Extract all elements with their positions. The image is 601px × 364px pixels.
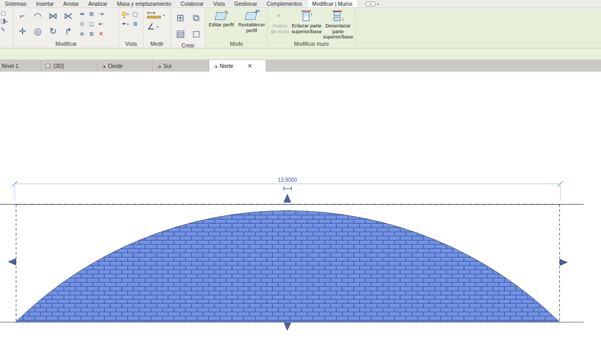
tab-masa-y-emplazamiento[interactable]: Masa y emplazamiento: [112, 0, 176, 7]
view-tab-norte[interactable]: ⌂▲ Norte ✕: [209, 60, 266, 72]
right-drag-arrow[interactable]: [560, 259, 567, 265]
trim-extend-icon[interactable]: ↱: [61, 24, 75, 38]
panel-modificar: ⌐ ◠ ⋈ ⋉ ✛ ◎ ↻ ↱ ⇹ ⊞ ⇥ ⊙ ◻ ⇤ ≋ ≣ ✕ Modifi…: [14, 8, 119, 48]
panel-modificar-muro: ✛ Hueco de muro ↑ Enlazar parte superior…: [268, 8, 355, 48]
view-tab-nivel-1[interactable]: Nivel 1: [0, 60, 41, 72]
measure-distance-icon[interactable]: ⟷ ▾: [147, 11, 164, 18]
view-tab-3d[interactable]: {3D}: [41, 60, 98, 72]
tab-anotar[interactable]: Anotar: [59, 0, 83, 7]
tab-colaborar[interactable]: Colaborar: [176, 0, 208, 7]
mirror-draw-axis-icon[interactable]: ⋉: [61, 9, 75, 23]
enlazar-parte-label: Enlazar parte superior/base: [292, 23, 322, 34]
tab-vista[interactable]: Vista: [208, 0, 229, 7]
offset-icon[interactable]: ◠: [31, 9, 45, 23]
panel-crear: ⊞ ⧉ ▤ ◻ Crear: [171, 8, 206, 48]
align-icon[interactable]: ⌐: [15, 9, 30, 23]
panel-label-modificar-muro[interactable]: Modificar muro: [268, 41, 355, 48]
create-assembly-icon[interactable]: ◻: [188, 26, 204, 42]
ribbon-tab-bar: Sistemas Insertar Anotar Analizar Masa y…: [0, 0, 601, 8]
ribbon-minimize-toggle[interactable]: ▴ ▾: [365, 0, 379, 7]
desenlazar-parte-label: Desenlazar parte superior/base: [323, 23, 353, 40]
dimension-move-grip[interactable]: [284, 186, 292, 191]
view-tab-label: {3D}: [53, 63, 64, 69]
array-icon[interactable]: ⊞: [87, 9, 96, 18]
view-tab-label: Oeste: [108, 63, 123, 69]
create-similar-icon[interactable]: ⧉: [188, 10, 204, 26]
panel-modo: ✎ Editar perfil ↶ Restablecer perfil Mod…: [206, 8, 268, 48]
elevation-icon: ⌂▲: [102, 63, 105, 68]
tab-gestionar[interactable]: Gestionar: [229, 0, 261, 7]
view-tab-empty: [266, 60, 601, 72]
restablecer-perfil-button[interactable]: ↶ Restablecer perfil: [238, 9, 266, 33]
panel-label-modo[interactable]: Modo: [206, 41, 267, 48]
panel-label-crear[interactable]: Crear: [171, 43, 205, 49]
panel-vista: ▾ ▢ ✒▾ ≣ Vista: [119, 8, 143, 48]
split-element-icon[interactable]: ⇹: [77, 9, 86, 18]
split-with-gap-icon[interactable]: ≋: [77, 29, 86, 38]
tab-modificar-muros[interactable]: Modificar | Muros: [307, 0, 358, 7]
create-group-icon[interactable]: ⊞: [172, 10, 188, 26]
panel-medir: ⟷ ▾ ∠ ▾ Medir: [143, 8, 171, 48]
panel-label-medir[interactable]: Medir: [143, 41, 170, 48]
tab-analizar[interactable]: Analizar: [84, 0, 112, 7]
scale-icon[interactable]: ⊙: [77, 19, 86, 28]
view-tab-label: Sur: [163, 63, 172, 69]
pin-icon[interactable]: ⇥: [96, 9, 105, 18]
pick-icon[interactable]: ✎: [1, 26, 5, 33]
move-icon[interactable]: ✛: [15, 24, 30, 38]
mirror-pick-axis-icon[interactable]: ⋈: [46, 9, 60, 23]
elevation-icon: ⌂▲: [157, 63, 161, 68]
panel-label-modificar[interactable]: Modificar: [14, 41, 119, 48]
bottom-drag-arrow[interactable]: [284, 323, 291, 330]
view-tab-label: Norte: [220, 63, 234, 69]
view-tab-sur[interactable]: ⌂▲ Sur: [153, 60, 209, 72]
reset-profile-icon: ↶: [245, 11, 258, 21]
ribbon: ▢ ◨▾ ✎ ⌐ ◠ ⋈ ⋉ ✛ ◎ ↻ ↱ ⇹ ⊞ ⇥ ⊙ ◻ ⇤ ≋: [0, 8, 601, 48]
view-3d-icon: [45, 64, 51, 68]
elevation-view[interactable]: 13.9000: [0, 72, 601, 364]
left-drag-arrow[interactable]: [8, 259, 16, 265]
options-bar: [0, 48, 601, 60]
match-type-icon[interactable]: ◻: [87, 19, 96, 28]
ribbon-empty-area: [355, 8, 601, 48]
hidden-line-icon[interactable]: ≣: [131, 19, 140, 28]
chevron-down-icon[interactable]: ▾: [377, 2, 379, 6]
hueco-de-muro-label: Hueco de muro: [269, 23, 290, 34]
editar-perfil-button[interactable]: ✎ Editar perfil: [207, 9, 236, 28]
hueco-de-muro-button[interactable]: ✛ Hueco de muro: [269, 9, 290, 34]
delete-icon[interactable]: ✕: [96, 29, 105, 38]
tab-sistemas[interactable]: Sistemas: [0, 0, 31, 7]
rotate-icon[interactable]: ↻: [46, 24, 60, 38]
drawing-canvas[interactable]: 13.9000: [0, 72, 601, 364]
top-drag-arrow[interactable]: [284, 194, 291, 202]
detach-top-base-icon: ↓: [332, 11, 344, 22]
tab-complementos[interactable]: Complementos: [262, 0, 307, 7]
measure-angle-icon[interactable]: ∠ ▾: [147, 22, 164, 32]
view-tab-label: Nivel 1: [2, 63, 18, 69]
close-view-icon[interactable]: ✕: [247, 63, 252, 70]
restablecer-perfil-label: Restablecer perfil: [238, 22, 266, 33]
filter-icon[interactable]: ◨▾: [1, 17, 7, 25]
linework-icon[interactable]: ▢: [131, 9, 140, 18]
hide-in-view-icon[interactable]: ▾: [121, 9, 130, 18]
copy-icon[interactable]: ◎: [31, 24, 45, 38]
unpin-icon[interactable]: ⇤: [96, 19, 105, 28]
view-tab-bar: Nivel 1 {3D} ⌂▲ Oeste ⌂▲ Sur ⌂▲ Norte ✕: [0, 60, 601, 72]
editar-perfil-label: Editar perfil: [209, 22, 234, 28]
override-graphics-icon[interactable]: ✒▾: [121, 19, 130, 28]
panel-label-vista[interactable]: Vista: [119, 41, 143, 48]
trim-multiple-icon[interactable]: ≣: [87, 29, 96, 38]
elevation-icon: ⌂▲: [214, 63, 217, 68]
dimension-value[interactable]: 13.9000: [278, 177, 297, 183]
view-tab-oeste[interactable]: ⌂▲ Oeste: [98, 60, 153, 72]
selected-wall-arc[interactable]: [16, 211, 559, 322]
edit-profile-icon: ✎: [215, 11, 228, 21]
ribbon-toggle-icon[interactable]: ▴: [365, 2, 376, 6]
tab-insertar[interactable]: Insertar: [31, 0, 59, 7]
attach-top-base-icon: ↑: [301, 11, 313, 22]
enlazar-parte-button[interactable]: ↑ Enlazar parte superior/base: [292, 9, 322, 34]
create-parts-icon[interactable]: ▤: [172, 26, 188, 42]
desenlazar-parte-button[interactable]: ↓ Desenlazar parte superior/base: [323, 9, 353, 40]
wall-opening-icon: ✛: [274, 11, 286, 22]
select-box-icon[interactable]: ▢: [1, 9, 6, 16]
